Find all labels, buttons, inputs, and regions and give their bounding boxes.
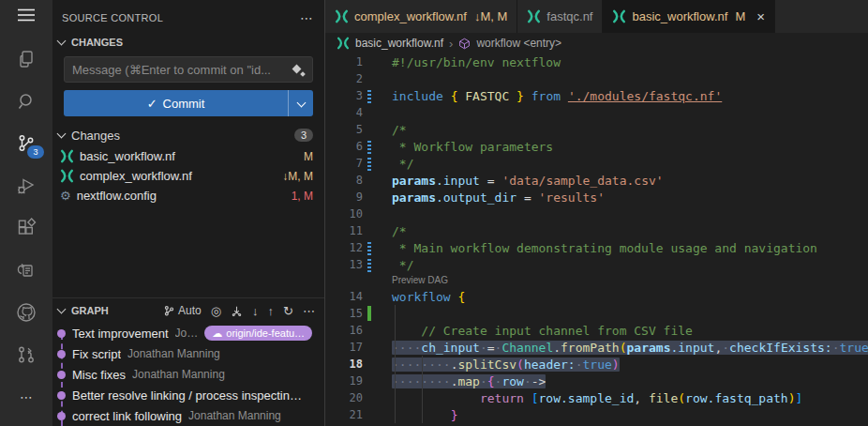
commit-row[interactable]: correct link following Jonathan Manning <box>52 405 324 426</box>
chevron-down-icon <box>57 36 67 45</box>
code-line-11[interactable]: 11/* <box>325 222 868 239</box>
sparkle-icon[interactable] <box>293 65 305 76</box>
code-line-15[interactable]: 15 <box>325 305 868 322</box>
code-line-1[interactable]: 1#!/usr/bin/env nextflow <box>325 53 868 70</box>
code-line-16[interactable]: 16 // Create input channel from CSV file <box>325 322 868 339</box>
git-gutter <box>363 121 376 138</box>
line-number: 17 <box>325 341 363 354</box>
github-icon[interactable] <box>0 291 52 333</box>
git-gutter-mod <box>363 239 376 256</box>
file-row-complex-workflow[interactable]: complex_workflow.nf ↓M, M <box>52 166 324 186</box>
git-gutter-mod <box>363 138 376 155</box>
code-line-14[interactable]: 14workflow { <box>325 288 868 305</box>
breadcrumb: basic_workflow.nf › workflow <entry> <box>325 33 868 53</box>
code-line-8[interactable]: 8params.input = 'data/sample_data.csv' <box>325 172 868 189</box>
pull-request-icon[interactable] <box>0 333 52 375</box>
graph-more-icon[interactable]: ⋯ <box>303 305 315 317</box>
code-line-19[interactable]: 19········.map·{·row·-> <box>325 373 868 389</box>
sync-docs-icon[interactable] <box>0 249 52 291</box>
code-line-10[interactable]: 10 <box>325 205 868 222</box>
code-line-3[interactable]: 3include { FASTQC } from './modules/fast… <box>325 87 868 104</box>
code-line-5[interactable]: 5/* <box>325 121 868 138</box>
line-number: 15 <box>325 307 363 320</box>
git-gutter <box>363 288 376 305</box>
git-status-badge: ↓M, M <box>282 170 313 183</box>
tab-basic-workflow[interactable]: basic_workflow.nf M × <box>603 0 775 33</box>
graph-section-header[interactable]: GRAPH <box>58 305 109 316</box>
code-line-12[interactable]: 12 * Main workflow demonstrating module … <box>325 239 868 256</box>
code-line-4[interactable]: 4 <box>325 104 868 121</box>
line-number: 8 <box>325 174 363 187</box>
commit-row[interactable]: Text improvement Jo… ☁ origin/ide-featu… <box>52 323 324 343</box>
git-gutter <box>363 406 376 423</box>
file-row-basic-workflow[interactable]: basic_workflow.nf M <box>52 146 324 166</box>
commit-message-box <box>64 56 313 83</box>
commit-dropdown-button[interactable] <box>288 90 313 116</box>
breadcrumb-file[interactable]: basic_workflow.nf <box>355 37 443 50</box>
source-control-sidebar: SOURCE CONTROL ⋯ CHANGES ✓ Commit Change… <box>52 0 324 426</box>
pull-icon[interactable]: ↓ <box>252 305 259 317</box>
run-debug-icon[interactable] <box>0 164 52 206</box>
git-gutter <box>363 373 376 389</box>
code-line-17[interactable]: 17····ch_input·=·Channel.fromPath(params… <box>325 339 868 356</box>
chevron-down-icon <box>57 129 67 138</box>
push-icon[interactable]: ↑ <box>268 305 275 317</box>
code-line-18[interactable]: 18········.splitCsv(header:·true) <box>325 356 868 373</box>
commit-row[interactable]: Misc fixes Jonathan Manning <box>52 364 324 385</box>
line-number: 7 <box>325 157 363 170</box>
git-gutter <box>363 172 376 189</box>
code-editor[interactable]: 1#!/usr/bin/env nextflow23include { FAST… <box>325 53 868 426</box>
activity-more-icon[interactable]: ⋯ <box>0 375 52 418</box>
commit-button[interactable]: ✓ Commit <box>64 90 313 116</box>
breadcrumb-symbol[interactable]: workflow <entry> <box>476 37 561 50</box>
line-number: 9 <box>325 190 363 204</box>
sidebar-more-icon[interactable]: ⋯ <box>300 10 313 25</box>
commit-message-input[interactable] <box>65 63 312 77</box>
git-gutter-add <box>363 305 376 322</box>
line-number: 11 <box>325 224 363 237</box>
changes-group-header[interactable]: Changes 3 <box>52 124 324 146</box>
extensions-icon[interactable] <box>0 206 52 249</box>
changes-section-header[interactable]: CHANGES <box>52 32 324 53</box>
tab-fastqc[interactable]: fastqc.nf <box>517 0 603 33</box>
graph-auto-toggle[interactable]: Auto <box>163 305 202 317</box>
line-number: 12 <box>325 241 363 254</box>
chevron-down-icon <box>57 304 67 313</box>
branch-ref-pill[interactable]: ☁ origin/ide-featu… <box>204 326 312 341</box>
gear-icon: ⚙ <box>60 190 71 202</box>
search-icon[interactable] <box>0 80 52 122</box>
commit-dot <box>57 391 66 400</box>
indent-guide <box>395 305 396 423</box>
fetch-icon[interactable] <box>231 305 243 317</box>
line-number: 14 <box>325 290 363 303</box>
code-line-21[interactable]: 21 } <box>325 406 868 423</box>
menu-icon[interactable] <box>0 0 52 30</box>
tab-complex-workflow[interactable]: complex_workflow.nf ↓M, M <box>325 0 517 33</box>
close-icon[interactable]: × <box>756 8 765 24</box>
code-line-7[interactable]: 7 */ <box>325 155 868 172</box>
line-number: 6 <box>325 140 363 153</box>
git-gutter <box>363 322 376 339</box>
cloud-icon: ☁ <box>212 327 222 340</box>
line-number: 16 <box>325 324 363 337</box>
code-line-9[interactable]: 9params.output_dir = 'results' <box>325 189 868 205</box>
source-control-icon[interactable]: 3 <box>0 122 52 164</box>
code-line-2[interactable]: 2 <box>325 70 868 87</box>
commit-row[interactable]: Fix script Jonathan Manning <box>52 343 324 364</box>
nextflow-file-icon <box>60 169 74 183</box>
editor-group: complex_workflow.nf ↓M, M fastqc.nf basi… <box>324 0 868 426</box>
nextflow-file-icon <box>335 9 349 23</box>
commit-row[interactable]: Better resolve linking / process inspect… <box>52 385 324 405</box>
check-icon: ✓ <box>147 97 157 111</box>
sidebar-title: SOURCE CONTROL <box>62 12 300 23</box>
refresh-icon[interactable]: ↻ <box>283 305 293 317</box>
code-line-6[interactable]: 6 * Workflow parameters <box>325 138 868 155</box>
file-row-nextflow-config[interactable]: ⚙ nextflow.config 1, M <box>52 186 324 205</box>
explorer-icon[interactable] <box>0 38 52 80</box>
code-line-13[interactable]: 13 */ <box>325 256 868 273</box>
code-line-20[interactable]: 20 return [row.sample_id, file(row.fastq… <box>325 389 868 406</box>
git-gutter <box>363 339 376 356</box>
line-number: 4 <box>325 106 363 119</box>
target-icon[interactable]: ◎ <box>211 305 221 317</box>
codelens-preview-dag[interactable]: Preview DAG <box>325 273 868 288</box>
